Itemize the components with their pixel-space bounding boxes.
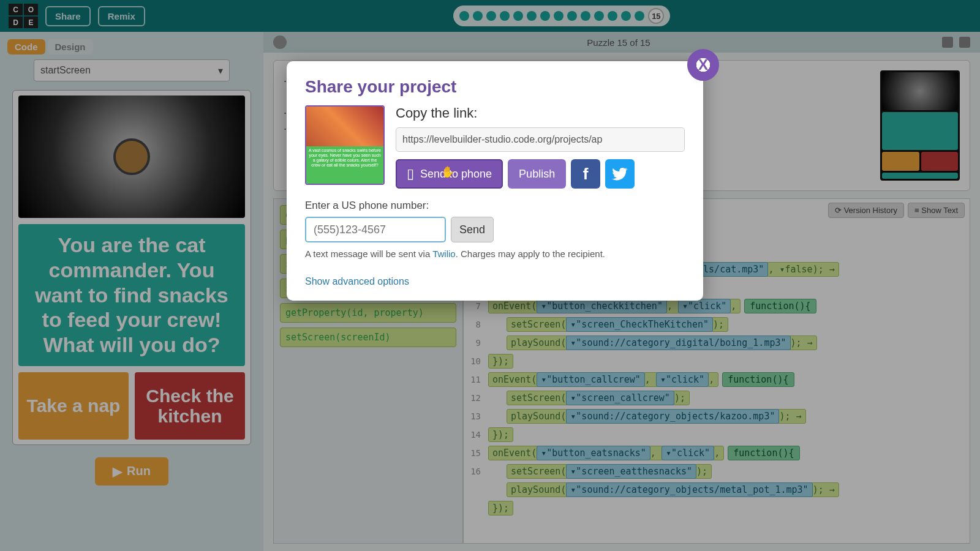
thumbnail-caption: A vast cosmos of snacks swirls before yo… — [306, 146, 383, 184]
sms-disclaimer: A text message will be sent via Twilio. … — [305, 249, 685, 259]
modal-title: Share your project — [305, 77, 685, 97]
phone-icon: ▯ — [407, 166, 414, 182]
send-to-phone-label: Send to phone — [420, 168, 492, 181]
share-modal: X Share your project A vast cosmos of sn… — [287, 61, 703, 301]
facebook-share-button[interactable]: f — [571, 159, 600, 189]
twilio-link[interactable]: Twilio — [432, 249, 456, 259]
publish-button[interactable]: Publish — [508, 159, 566, 189]
share-link-field[interactable]: https://levelbuilder-studio.code.org/pro… — [396, 127, 685, 152]
send-button[interactable]: Send — [451, 217, 494, 242]
copy-link-label: Copy the link: — [396, 105, 685, 121]
twitter-share-button[interactable] — [605, 159, 635, 189]
phone-number-input[interactable] — [305, 217, 446, 242]
close-icon[interactable]: X — [687, 49, 719, 81]
cursor-icon: ✋ — [441, 165, 454, 179]
show-advanced-options-link[interactable]: Show advanced options — [305, 276, 685, 287]
project-thumbnail: A vast cosmos of snacks swirls before yo… — [305, 105, 385, 185]
twitter-icon — [612, 166, 628, 182]
phone-number-label: Enter a US phone number: — [305, 200, 429, 211]
